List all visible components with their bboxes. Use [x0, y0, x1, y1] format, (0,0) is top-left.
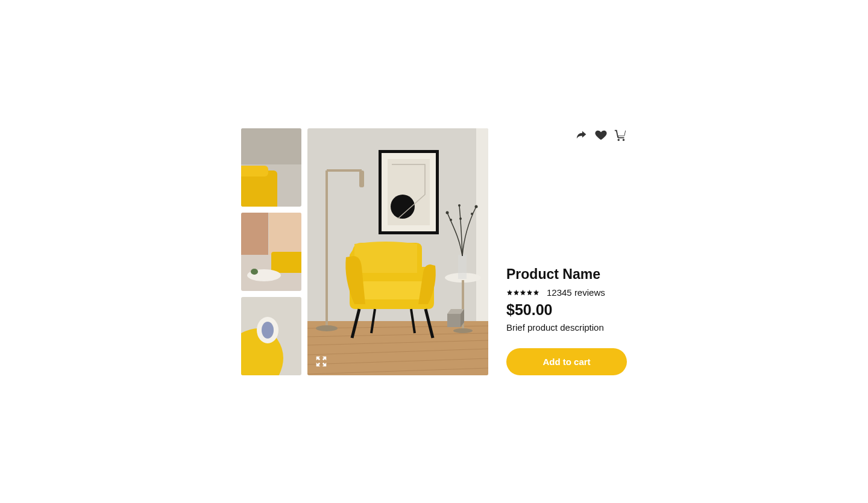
- svg-rect-6: [269, 213, 301, 255]
- cart-icon[interactable]: [614, 128, 627, 142]
- heart-icon[interactable]: [594, 128, 608, 142]
- svg-point-34: [446, 211, 449, 214]
- product-title: Product Name: [506, 266, 627, 283]
- svg-rect-7: [271, 252, 301, 273]
- svg-point-49: [623, 139, 624, 140]
- svg-point-12: [262, 322, 274, 339]
- thumbnail-column: [241, 128, 301, 375]
- thumbnail-3[interactable]: [241, 297, 301, 375]
- svg-point-48: [618, 139, 620, 140]
- product-info: Product Name 12345 reviews $50.00 Brief …: [506, 128, 627, 375]
- share-icon[interactable]: [575, 128, 588, 142]
- svg-point-36: [475, 205, 478, 208]
- svg-point-35: [450, 219, 452, 221]
- svg-rect-40: [447, 314, 461, 327]
- svg-rect-43: [360, 281, 427, 299]
- add-to-cart-button[interactable]: Add to cart: [506, 348, 627, 375]
- thumbnail-2[interactable]: [241, 213, 301, 291]
- svg-point-38: [458, 204, 461, 207]
- product-price: $50.00: [506, 301, 627, 319]
- svg-point-37: [471, 213, 473, 215]
- svg-point-32: [453, 328, 473, 333]
- svg-rect-5: [241, 213, 268, 255]
- top-actions: [506, 128, 627, 142]
- rating-stars: [506, 289, 539, 296]
- thumbnail-1[interactable]: [241, 128, 301, 207]
- svg-point-39: [459, 217, 462, 220]
- svg-rect-33: [458, 255, 467, 279]
- main-product-image[interactable]: [307, 128, 488, 375]
- rating-row: 12345 reviews: [506, 287, 627, 298]
- product-details: Product Name 12345 reviews $50.00 Brief …: [506, 266, 627, 375]
- svg-point-29: [316, 325, 338, 331]
- product-card: Product Name 12345 reviews $50.00 Brief …: [241, 128, 627, 375]
- review-count[interactable]: 12345 reviews: [547, 287, 605, 298]
- product-description: Brief product description: [506, 322, 627, 333]
- expand-icon[interactable]: [315, 355, 328, 368]
- svg-rect-3: [241, 166, 268, 177]
- svg-rect-1: [241, 128, 301, 164]
- svg-point-9: [251, 269, 258, 275]
- svg-rect-28: [359, 170, 364, 187]
